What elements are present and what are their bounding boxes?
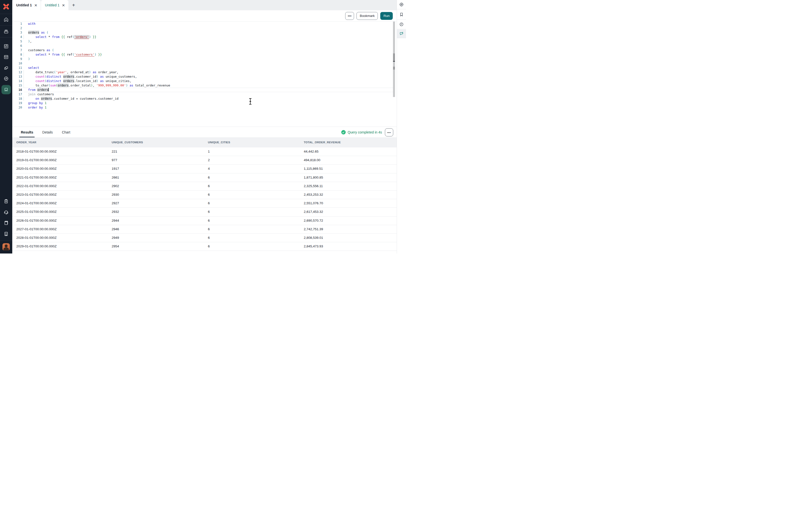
code-line[interactable]: group by 1 [12,101,393,105]
table-cell[interactable]: 2927 [112,201,119,205]
sidebar-item-home[interactable] [3,16,9,23]
explore-compass-icon[interactable] [397,0,406,9]
table-cell[interactable]: 2018-01-01T00:00:00.000Z [16,150,57,153]
table-cell[interactable]: 2025-01-01T00:00:00.000Z [16,210,57,214]
ai-assistant-icon[interactable] [397,30,406,38]
table-cell[interactable]: 2661 [112,176,119,179]
table-row[interactable]: 2022-01-01T00:00:00.000Z290262,325,556.1… [12,182,397,190]
table-cell[interactable]: 4 [208,167,210,170]
table-cell[interactable]: 2021-01-01T00:00:00.000Z [16,176,57,179]
table-cell[interactable]: 494,818.00 [304,158,320,162]
sql-code-editor[interactable]: 1234567891011121314151617181920 withorde… [12,21,397,127]
more-options-button[interactable]: ••• [345,12,354,20]
table-cell[interactable]: 221 [112,150,117,153]
table-row[interactable]: 2019-01-01T00:00:00.000Z9772494,818.00 [12,156,397,165]
code-line[interactable]: select * from {{ ref('customers') }} [12,52,393,57]
table-cell[interactable]: 2,453,253.32 [304,193,323,196]
sidebar-item-archive[interactable] [3,28,9,35]
sidebar-item-docs[interactable] [3,219,9,226]
sidebar-item-organization[interactable] [3,230,9,237]
code-line[interactable]: from orders [12,88,393,92]
table-cell[interactable]: 2,617,453.32 [304,210,323,214]
table-cell[interactable]: 2028-01-01T00:00:00.000Z [16,236,57,239]
table-row[interactable]: 2020-01-01T00:00:00.000Z191741,115,869.5… [12,165,397,173]
table-cell[interactable]: 2879 [112,253,119,253]
history-clock-icon[interactable] [397,20,406,29]
table-cell[interactable]: 6 [208,210,210,214]
table-cell[interactable]: 6 [208,176,210,179]
table-row[interactable]: 2024-01-01T00:00:00.000Z292762,551,076.7… [12,199,397,208]
table-row[interactable]: 2026-01-01T00:00:00.000Z294462,690,570.7… [12,217,397,225]
table-cell[interactable]: 1,115,869.51 [304,167,323,170]
table-cell[interactable]: 2 [208,158,210,162]
table-cell[interactable]: 1917 [112,167,119,170]
code-line[interactable]: select * from {{ ref('orders') }} [12,35,393,39]
sidebar-item-dashboards[interactable] [3,43,9,50]
code-line[interactable]: count(distinct orders.location_id) as un… [12,79,393,83]
code-line[interactable]: count(distinct orders.customer_id) as un… [12,74,393,79]
code-line[interactable]: to_char(sum(orders.order_total), '999,99… [12,83,393,88]
table-cell[interactable]: 2946 [112,227,119,231]
table-cell[interactable]: 2020-01-01T00:00:00.000Z [16,167,57,170]
table-cell[interactable]: 6 [208,253,210,253]
table-row[interactable]: 2028-01-01T00:00:00.000Z294962,808,539.0… [12,234,397,242]
run-button[interactable]: Run [380,12,393,20]
table-row[interactable]: 2018-01-01T00:00:00.000Z221144,442.65 [12,148,397,156]
bookmark-icon[interactable] [397,9,406,19]
table-cell[interactable]: 6 [208,227,210,231]
table-cell[interactable]: 2023-01-01T00:00:00.000Z [16,193,57,196]
table-cell[interactable]: 2949 [112,236,119,239]
table-cell[interactable]: 2902 [112,184,119,188]
code-line[interactable]: on orders.customer_id = customers.custom… [12,97,393,101]
table-cell[interactable]: 977 [112,158,117,162]
code-line[interactable]: customers as ( [12,48,393,52]
table-cell[interactable]: 2030-01-01T00:00:00.000Z [16,253,57,253]
table-row[interactable]: 2027-01-01T00:00:00.000Z294662,742,751.3… [12,225,397,234]
table-row[interactable]: 2021-01-01T00:00:00.000Z266161,871,800.8… [12,173,397,182]
table-cell[interactable]: 2,690,570.72 [304,219,323,222]
table-cell[interactable]: 2,325,556.11 [304,184,323,188]
tab-untitled-2[interactable]: Untitled 1 ✕ [41,0,68,10]
table-cell[interactable]: 2024-01-01T00:00:00.000Z [16,201,57,205]
table-cell[interactable]: 2944 [112,219,119,222]
table-cell[interactable]: 2019-01-01T00:00:00.000Z [16,158,57,162]
dbt-logo-icon[interactable] [3,3,9,10]
table-cell[interactable]: 2954 [112,244,119,248]
close-icon[interactable]: ✕ [34,3,38,7]
sidebar-item-windows[interactable] [3,65,9,72]
code-line[interactable]: order by 1 [12,105,393,110]
code-line[interactable]: ), [12,39,393,44]
sidebar-item-code-editor[interactable] [3,54,9,60]
table-cell[interactable]: 44,442.65 [304,150,318,153]
code-line[interactable] [12,61,393,66]
table-cell[interactable]: 2932 [112,210,119,214]
table-cell[interactable]: 2029-01-01T00:00:00.000Z [16,244,57,248]
tab-untitled-1[interactable]: Untitled 1 ✕ [12,0,41,10]
table-row[interactable]: 2025-01-01T00:00:00.000Z293262,617,453.3… [12,208,397,216]
new-tab-button[interactable]: + [68,0,79,10]
sidebar-item-tasks[interactable] [3,198,9,205]
code-line[interactable]: select [12,66,393,70]
code-line[interactable]: with [12,21,393,26]
table-cell[interactable]: 6 [208,236,210,239]
table-row[interactable]: 2023-01-01T00:00:00.000Z293062,453,253.3… [12,190,397,199]
sidebar-item-support[interactable] [3,209,9,216]
table-cell[interactable]: 2022-01-01T00:00:00.000Z [16,184,57,188]
tab-details[interactable]: Details [42,130,53,134]
code-line[interactable]: join customers [12,92,393,97]
code-line[interactable] [12,26,393,31]
user-avatar[interactable] [2,243,10,250]
tab-chart[interactable]: Chart [62,130,70,134]
table-cell[interactable]: 6 [208,219,210,222]
table-cell[interactable]: 2027-01-01T00:00:00.000Z [16,227,57,231]
table-cell[interactable]: 6 [208,184,210,188]
table-cell[interactable]: 2,742,751.39 [304,227,323,231]
table-cell[interactable]: 1 [208,150,210,153]
sidebar-item-explore[interactable] [3,75,9,82]
code-line[interactable]: date_trunc('year', ordered_at) as order_… [12,70,393,74]
table-row[interactable]: 2029-01-01T00:00:00.000Z295462,845,473.9… [12,242,397,251]
code-lines[interactable]: withorders as ( select * from {{ ref('or… [12,21,393,110]
results-more-button[interactable]: ••• [385,128,393,136]
sidebar-item-studio-ide-active[interactable] [1,85,11,94]
table-cell[interactable]: 6 [208,193,210,196]
